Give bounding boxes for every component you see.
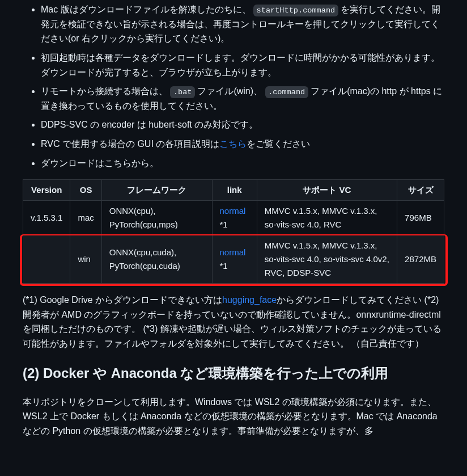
download-link[interactable]: normal xyxy=(220,206,246,216)
code-inline: startHttp.command xyxy=(253,5,338,16)
instruction-list: Mac 版はダウンロードファイルを解凍したのちに、 startHttp.comm… xyxy=(23,2,444,170)
text: ファイル(win)、 xyxy=(197,86,262,96)
note-mark: *1 xyxy=(220,220,228,229)
cell-framework: ONNX(cpu,cuda), PyTorch(cpu,cuda) xyxy=(101,235,212,284)
footnotes: (*1) Google Drive からダウンロードできない方はhugging_… xyxy=(23,293,444,351)
col-os: OS xyxy=(70,180,101,201)
list-item: RVC で使用する場合の GUI の各項目説明はこちらをご覧ください xyxy=(41,137,444,151)
text: ダウンロードはこちらから。 xyxy=(41,158,159,168)
link-gui-explain[interactable]: こちら xyxy=(219,139,247,149)
closing-paragraph: 本リポジトリをクローンして利用します。Windows では WSL2 の環境構築… xyxy=(23,395,444,439)
list-item: ダウンロードはこちらから。 xyxy=(41,156,444,171)
cell-framework: ONNX(cpu), PyTorch(cpu,mps) xyxy=(101,201,212,235)
text: リモートから接続する場合は、 xyxy=(41,86,168,96)
cell-link: normal *1 xyxy=(212,235,257,284)
code-inline: .command xyxy=(265,86,308,98)
cell-link: normal *1 xyxy=(212,201,257,235)
cell-os: mac xyxy=(70,201,101,235)
col-support: サポート VC xyxy=(257,180,397,201)
note-mark: *1 xyxy=(220,261,228,271)
text: 初回起動時は各種データをダウンロードします。ダウンロードに時間がかかる可能性があ… xyxy=(41,53,440,77)
cell-size: 2872MB xyxy=(397,235,444,284)
col-framework: フレームワーク xyxy=(101,180,212,201)
cell-version: v.1.5.3.1 xyxy=(23,201,70,235)
text: RVC で使用する場合の GUI の各項目説明は xyxy=(41,139,219,149)
col-version: Version xyxy=(23,180,70,201)
table-row: v.1.5.3.1 mac ONNX(cpu), PyTorch(cpu,mps… xyxy=(23,201,444,235)
list-item: リモートから接続する場合は、 .bat ファイル(win)、 .command … xyxy=(41,84,444,113)
download-table-wrapper: Version OS フレームワーク link サポート VC サイズ v.1.… xyxy=(23,179,444,284)
list-item: 初回起動時は各種データをダウンロードします。ダウンロードに時間がかかる可能性があ… xyxy=(41,50,444,79)
link-huggingface[interactable]: hugging_face xyxy=(222,295,277,305)
list-item: DDPS-SVC の encoder は hubert-soft のみ対応です。 xyxy=(41,117,444,132)
text: Mac 版はダウンロードファイルを解凍したのちに、 xyxy=(41,5,251,14)
cell-support: MMVC v.1.5.x, MMVC v.1.3.x, so-vits-svc … xyxy=(257,235,397,284)
col-link: link xyxy=(212,180,257,201)
cell-version xyxy=(23,235,70,284)
download-link[interactable]: normal xyxy=(220,247,246,257)
cell-os: win xyxy=(70,235,101,284)
col-size: サイズ xyxy=(397,180,444,201)
download-table: Version OS フレームワーク link サポート VC サイズ v.1.… xyxy=(23,179,444,284)
text: (*1) Google Drive からダウンロードできない方は xyxy=(23,295,222,305)
cell-size: 796MB xyxy=(397,201,444,235)
table-row: win ONNX(cpu,cuda), PyTorch(cpu,cuda) no… xyxy=(23,235,444,284)
list-item: Mac 版はダウンロードファイルを解凍したのちに、 startHttp.comm… xyxy=(41,2,444,46)
text: をご覧ください xyxy=(247,139,310,149)
cell-support: MMVC v.1.5.x, MMVC v.1.3.x, so-vits-svc … xyxy=(257,201,397,235)
code-inline: .bat xyxy=(170,86,195,98)
section-heading: (2) Docker や Anaconda など環境構築を行った上での利用 xyxy=(23,365,444,386)
text: DDPS-SVC の encoder は hubert-soft のみ対応です。 xyxy=(41,120,258,129)
